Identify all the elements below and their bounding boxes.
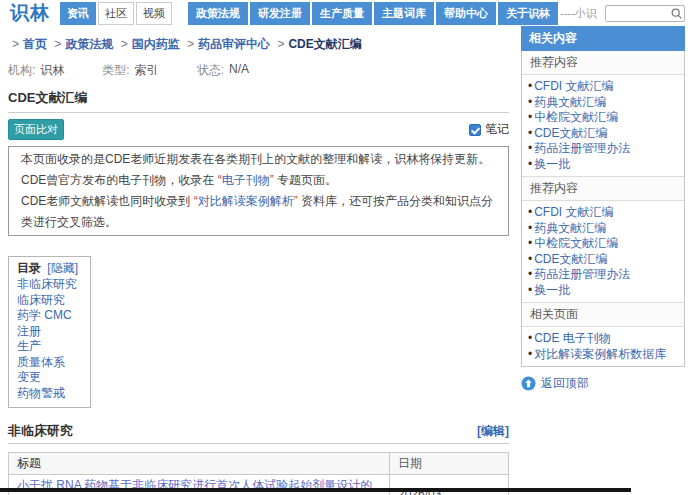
toc-item-link[interactable]: 药学 CMC [17,308,72,322]
sidebar-list-item: CDE文献汇编 [528,252,678,268]
nav-item[interactable]: 政策法规 [188,2,248,25]
sidebar-link[interactable]: CDE文献汇编 [534,126,607,140]
sidebar-list-item: 药典文献汇编 [528,221,678,237]
section-edit-link[interactable]: [编辑] [477,423,509,440]
toc-item: 药物警戒 [17,386,78,402]
toc-item: 质量体系 [17,355,78,371]
breadcrumb: >首页 >政策法规 >国内药监 >药品审评中心 >CDE文献汇编 [8,36,509,53]
sidebar-section-recommended-1: 推荐内容 CFDI 文献汇编 药典文献汇编 中检院文献汇编 CDE文献汇编 药品… [522,51,684,176]
sidebar-link-list: CFDI 文献汇编 药典文献汇编 中检院文献汇编 CDE文献汇编 药品注册管理办… [522,75,684,176]
sidebar-link[interactable]: 药典文献汇编 [534,95,606,109]
nav-item[interactable]: 研发注册 [250,2,310,25]
header-tab[interactable]: 社区 [98,2,134,25]
toc-title: 目录 [17,261,41,275]
sidebar-list-item: 药品注册管理办法 [528,141,678,157]
type-value: 索引 [135,62,159,79]
note-checkbox[interactable] [469,124,481,136]
sidebar-list-item: 药品注册管理办法 [528,267,678,283]
breadcrumb-unit: >首页 [8,37,47,51]
nav-item[interactable]: 关于识林 [498,2,558,25]
site-logo[interactable]: 识林 [10,0,50,26]
back-to-top-link[interactable]: 返回顶部 [541,375,589,392]
section-header: 非临床研究 [编辑] [8,422,509,444]
case-analysis-link[interactable]: 对比解读案例解析 [198,194,294,208]
sidebar-list-item: 对比解读案例解析数据库 [528,347,678,363]
breadcrumb-item[interactable]: 首页 [23,37,47,51]
actions-row: 页面比对 笔记 [8,119,509,140]
breadcrumb-item[interactable]: 政策法规 [65,37,113,51]
sidebar-section-recommended-2: 推荐内容 CFDI 文献汇编 药典文献汇编 中检院文献汇编 CDE文献汇编 药品… [522,176,684,302]
status-label: 状态: [197,62,224,79]
toc-item: 临床研究 [17,293,78,309]
note-toggle: 笔记 [469,121,509,138]
page-title: CDE文献汇编 [8,89,509,113]
nav-item[interactable]: 主题词库 [374,2,434,25]
sidebar-link[interactable]: 中检院文献汇编 [534,110,618,124]
table-header-row: 标题 日期 [9,453,509,475]
header-tab[interactable]: 视频 [136,2,172,25]
sidebar-list-item: 中检院文献汇编 [528,236,678,252]
sidebar-panel: 推荐内容 CFDI 文献汇编 药典文献汇编 中检院文献汇编 CDE文献汇编 药品… [521,51,685,367]
sidebar-link[interactable]: CFDI 文献汇编 [534,79,613,93]
header-tabs: 资讯 社区 视频 [60,2,174,25]
sidebar-link-list: CFDI 文献汇编 药典文献汇编 中检院文献汇编 CDE文献汇编 药品注册管理办… [522,201,684,302]
breadcrumb-item[interactable]: CDE文献汇编 [288,37,361,51]
breadcrumb-separator: > [121,37,128,51]
toc-hide-link[interactable]: [隐藏] [47,261,78,275]
toc-item-link[interactable]: 药物警戒 [17,386,65,400]
toc-item-link[interactable]: 质量体系 [17,355,65,369]
section-title: 非临床研究 [8,422,73,440]
sidebar-link[interactable]: CDE 电子刊物 [534,331,611,345]
sidebar-link[interactable]: 换一批 [534,283,570,297]
breadcrumb-separator: > [54,37,61,51]
toc-item-link[interactable]: 变更 [17,370,41,384]
sidebar-link[interactable]: CDE文献汇编 [534,252,607,266]
sidebar-link[interactable]: 药典文献汇编 [534,221,606,235]
assistant-label[interactable]: ----小识 [560,6,597,21]
toc-box: 目录 [隐藏] 非临床研究 临床研究 药学 CMC 注册 生产 质量体系 变 [8,256,91,408]
screenshot-bottom-edge [0,488,631,492]
nav-item[interactable]: 生产质量 [312,2,372,25]
breadcrumb-separator: > [187,37,194,51]
breadcrumb-unit: >CDE文献汇编 [273,37,361,51]
intro-paragraph-1: 本页面收录的是CDE老师近期发表在各类期刊上的文献的整理和解读，识林将保持更新。 [21,149,496,170]
breadcrumb-item[interactable]: 药品审评中心 [198,37,270,51]
sidebar-list-item: CFDI 文献汇编 [528,79,678,95]
ejournal-link[interactable]: 电子刊物 [222,173,270,187]
breadcrumb-separator: > [277,37,284,51]
sidebar-title: 相关内容 [521,26,685,51]
sidebar-link[interactable]: 对比解读案例解析数据库 [534,347,666,361]
back-to-top[interactable]: 返回顶部 [521,375,685,392]
nav-item[interactable]: 帮助中心 [436,2,496,25]
sidebar-list-item: 换一批 [528,283,678,299]
intro-paragraph-2: CDE曾官方发布的电子刊物，收录在 “电子刊物” 专题页面。 [21,170,496,191]
toc-item-link[interactable]: 非临床研究 [17,277,77,291]
sidebar-link[interactable]: 药品注册管理办法 [534,267,630,281]
sidebar-list-item: CDE 电子刊物 [528,331,678,347]
search-icon[interactable] [670,7,683,20]
sidebar-link[interactable]: 药品注册管理办法 [534,141,630,155]
sidebar-link[interactable]: CFDI 文献汇编 [534,205,613,219]
breadcrumb-item[interactable]: 国内药监 [132,37,180,51]
toc-item-link[interactable]: 注册 [17,324,41,338]
page-compare-button[interactable]: 页面比对 [8,119,64,140]
doc-meta: 机构: 识林 类型: 索引 状态: N/A [8,62,509,79]
main-area: >首页 >政策法规 >国内药监 >药品审评中心 >CDE文献汇编 机构: 识林 … [0,26,691,495]
header-tab[interactable]: 资讯 [60,2,96,25]
sidebar-link[interactable]: 换一批 [534,157,570,171]
toc-item-link[interactable]: 生产 [17,339,41,353]
breadcrumb-separator: > [12,37,19,51]
content-column: >首页 >政策法规 >国内药监 >药品审评中心 >CDE文献汇编 机构: 识林 … [8,26,509,495]
intro-paragraph-3: CDE老师文献解读也同时收录到 “对比解读案例解析” 资料库，还可按产品分类和知… [21,191,496,233]
toc-item-link[interactable]: 临床研究 [17,293,65,307]
sidebar-link[interactable]: 中检院文献汇编 [534,236,618,250]
sidebar-section-title: 推荐内容 [522,51,684,75]
document-link[interactable]: 小干扰 RNA 药物基于非临床研究进行首次人体试验起始剂量设计的考虑 [17,478,372,495]
toc-item: 变更 [17,370,78,386]
toc-item: 注册 [17,324,78,340]
toc-list: 非临床研究 临床研究 药学 CMC 注册 生产 质量体系 变更 药物警戒 [17,277,78,401]
breadcrumb-unit: >政策法规 [50,37,113,51]
toc-item: 非临床研究 [17,277,78,293]
breadcrumb-unit: >药品审评中心 [183,37,270,51]
top-header: 识林 资讯 社区 视频 政策法规 研发注册 生产质量 主题词库 帮助中心 关于识… [0,0,691,26]
